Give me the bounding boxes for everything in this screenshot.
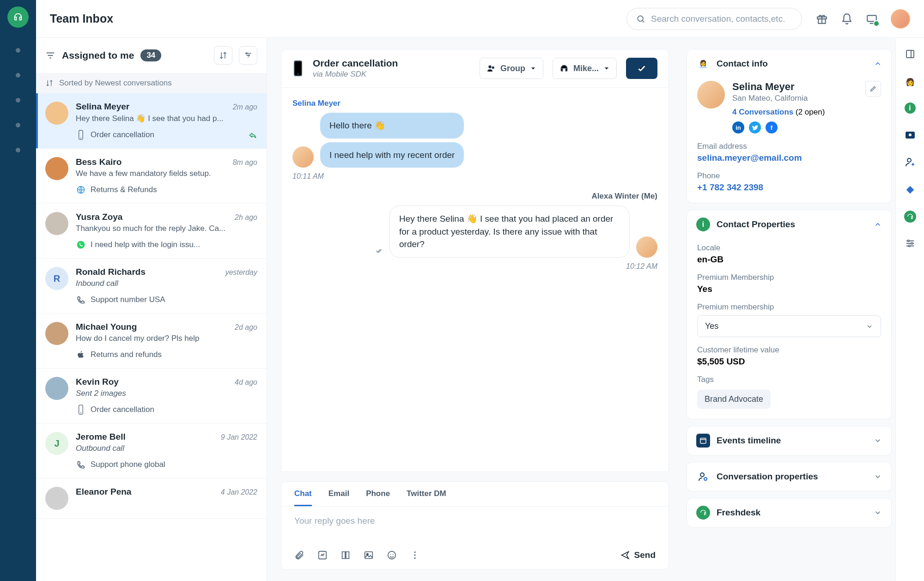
sort-button[interactable]	[214, 46, 232, 65]
conversation-properties-title: Conversation properties	[717, 472, 867, 482]
info-widget-icon[interactable]: i	[905, 103, 916, 114]
user-avatar[interactable]	[891, 9, 910, 29]
svg-point-20	[390, 554, 391, 555]
conversation-item[interactable]: Selina Meyer2m agoHey there Selina 👋 I s…	[36, 93, 267, 149]
locale-label: Locale	[697, 243, 881, 253]
channel-label: I need help with the login issu...	[91, 240, 200, 249]
premium-select-value: Yes	[705, 321, 718, 331]
composer-tab[interactable]: Chat	[294, 489, 312, 506]
more-icon[interactable]	[410, 550, 420, 560]
check-icon	[637, 63, 647, 73]
conversations-link[interactable]: 4 Conversations	[732, 108, 793, 116]
right-panel: 👩‍💼 Contact info Selina Meyer San Mateo,…	[683, 38, 895, 581]
channel-label: Support phone global	[91, 460, 165, 469]
composer-tab[interactable]: Twitter DM	[407, 489, 446, 506]
conversation-item[interactable]: Kevin Roy4d agoSent 2 imagesOrder cancel…	[36, 369, 267, 424]
edit-contact-button[interactable]	[865, 81, 881, 97]
phone-label: Phone	[697, 171, 881, 181]
contact-name: Selina Meyer	[732, 81, 858, 93]
svg-point-26	[700, 473, 704, 477]
clv-label: Customer lifetime value	[697, 345, 881, 355]
convo-time: 9 Jan 2022	[221, 433, 257, 442]
premium-select-label: Premium membership	[697, 303, 881, 312]
conversation-item[interactable]: Michael Young2d agoHow do I cancel my or…	[36, 314, 267, 369]
chevron-down-icon	[530, 65, 536, 72]
bell-icon[interactable]	[841, 13, 853, 25]
twitter-icon[interactable]	[749, 121, 761, 133]
convo-preview: Outbound call	[76, 444, 257, 453]
search-input[interactable]: Search conversation, contacts,etc.	[626, 8, 802, 30]
svg-point-34	[908, 245, 910, 247]
conversation-item[interactable]: RRonald RichardsyesterdayInbound callSup…	[36, 259, 267, 314]
chat-title: Order cancellation	[313, 58, 470, 69]
convo-name: Selina Meyer	[76, 102, 129, 112]
status-icon[interactable]	[866, 13, 878, 25]
events-timeline-header[interactable]: Events timeline	[687, 426, 891, 455]
expand-icon[interactable]	[903, 47, 917, 61]
convo-time: 8m ago	[233, 158, 257, 167]
premium-select[interactable]: Yes	[697, 315, 881, 337]
freshdesk-header[interactable]: Freshdesk	[687, 498, 891, 527]
diamond-widget-icon[interactable]	[903, 183, 917, 197]
canned-icon[interactable]	[317, 550, 328, 560]
svg-point-24	[414, 557, 415, 559]
conversation-properties-header[interactable]: Conversation properties	[687, 462, 891, 491]
contact-location: San Mateo, California	[732, 94, 858, 103]
nav-item[interactable]	[16, 98, 20, 103]
emoji-icon[interactable]	[387, 550, 397, 560]
chat-pane: Order cancellation via Mobile SDK Group …	[267, 38, 683, 581]
convo-time: 2h ago	[235, 213, 257, 222]
widget-rail: 👩 i	[895, 38, 924, 581]
camera-widget-icon[interactable]	[903, 127, 917, 141]
gift-icon[interactable]	[816, 13, 828, 25]
avatar	[45, 487, 68, 510]
conversation-item[interactable]: JJerome Bell9 Jan 2022Outbound callSuppo…	[36, 424, 267, 478]
resolve-button[interactable]	[626, 58, 657, 79]
inbox-filter-label[interactable]: Assigned to me	[62, 50, 134, 61]
channel-icon	[76, 295, 86, 305]
search-placeholder: Search conversation, contacts,etc.	[651, 14, 785, 24]
convo-name: Eleanor Pena	[76, 487, 131, 497]
convo-time: yesterday	[225, 268, 257, 277]
facebook-icon[interactable]: f	[766, 121, 778, 133]
message-from: Alexa Winter (Me)	[292, 192, 657, 201]
convo-name: Yusra Zoya	[76, 212, 122, 222]
contact-properties-header[interactable]: i Contact Properties	[687, 210, 891, 239]
nav-item[interactable]	[16, 148, 20, 152]
send-button[interactable]: Send	[620, 550, 656, 560]
conversation-item[interactable]: Bess Kairo8m agoWe have a few mandatory …	[36, 149, 267, 204]
linkedin-icon[interactable]: in	[732, 121, 744, 133]
add-user-widget-icon[interactable]	[903, 155, 917, 169]
group-dropdown[interactable]: Group	[480, 58, 543, 79]
phone-value[interactable]: +1 782 342 2398	[697, 182, 881, 193]
convo-preview: Inbound call	[76, 279, 257, 288]
nav-item[interactable]	[16, 73, 20, 78]
svg-point-21	[393, 554, 394, 555]
headset-widget-icon[interactable]	[904, 211, 916, 223]
tag-chip[interactable]: Brand Advocate	[697, 390, 771, 409]
sort-label-row: Sorted by Newest conversations	[36, 73, 267, 93]
reply-input[interactable]: Your reply goes here	[281, 507, 669, 544]
mobile-icon	[292, 60, 304, 77]
svg-point-30	[909, 133, 912, 136]
contact-info-header[interactable]: 👩‍💼 Contact info	[687, 49, 891, 78]
conversation-item[interactable]: Yusra Zoya2h agoThankyou so much for the…	[36, 204, 267, 259]
convo-name: Michael Young	[76, 322, 137, 332]
settings-widget-icon[interactable]	[903, 236, 917, 250]
email-value[interactable]: selina.meyer@email.com	[697, 153, 881, 163]
article-icon[interactable]	[340, 550, 351, 560]
attach-icon[interactable]	[294, 550, 304, 560]
app-logo[interactable]	[7, 6, 29, 28]
message-avatar	[292, 146, 314, 168]
contact-properties-title: Contact Properties	[717, 219, 867, 230]
contact-widget-icon[interactable]: 👩	[903, 75, 917, 89]
nav-item[interactable]	[16, 48, 20, 53]
nav-item[interactable]	[16, 123, 20, 127]
conversation-item[interactable]: Eleanor Pena4 Jan 2022	[36, 478, 267, 519]
convo-name: Kevin Roy	[76, 377, 119, 387]
assignee-dropdown[interactable]: Mike...	[553, 58, 617, 79]
filter-button[interactable]	[239, 46, 257, 65]
composer-tab[interactable]: Phone	[366, 489, 390, 506]
composer-tab[interactable]: Email	[328, 489, 349, 506]
image-icon[interactable]	[364, 550, 374, 560]
